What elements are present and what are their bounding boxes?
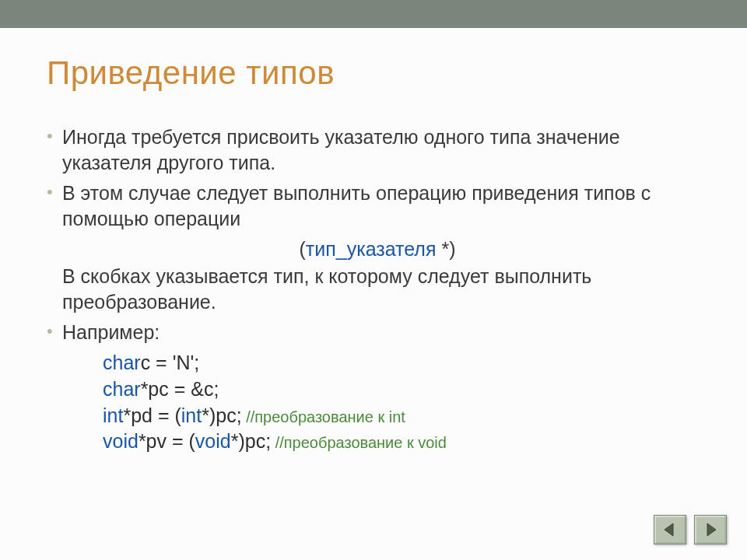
nav-buttons (654, 515, 727, 544)
top-bar (0, 0, 747, 28)
paren-close: *) (436, 238, 455, 260)
code-text: *)pc; (231, 430, 271, 452)
cast-syntax: (тип_указателя *) (47, 236, 708, 262)
bullet-2: В этом случае следует выполнить операцию… (47, 180, 708, 232)
code-block: charс = 'N'; char*pc = &c; int*pd = (int… (47, 350, 708, 455)
svg-marker-0 (665, 523, 673, 536)
keyword-void: void (103, 430, 139, 452)
code-text: *)pc; (202, 404, 241, 426)
code-comment: //преобразование к int (242, 408, 405, 425)
slide-title: Приведение типов (47, 54, 335, 92)
keyword-int: int (103, 404, 123, 426)
bullet-3: Например: (47, 320, 708, 345)
code-line-3: int*pd = (int*)pc; //преобразование к in… (103, 403, 708, 429)
arrow-right-icon (703, 522, 718, 537)
keyword-char: char (103, 378, 141, 400)
code-line-4: void*pv = (void*)pc; //преобразование к … (103, 429, 708, 455)
prev-button[interactable] (654, 515, 686, 544)
keyword-int: int (181, 404, 202, 426)
bullet-1: Иногда требуется присвоить указателю одн… (47, 124, 708, 176)
code-text: *pd = ( (123, 404, 181, 426)
code-line-2: char*pc = &c; (103, 376, 708, 403)
code-text: *pv = ( (139, 430, 195, 452)
slide-body: Иногда требуется присвоить указателю одн… (47, 124, 708, 455)
keyword-void: void (195, 430, 231, 452)
code-line-1: charс = 'N'; (103, 350, 708, 376)
arrow-left-icon (662, 522, 678, 537)
code-text: с = 'N'; (141, 352, 200, 373)
explain-text: В скобках указывается тип, к которому сл… (47, 264, 708, 315)
paren-open: ( (300, 238, 306, 260)
code-text: *pc = &c; (141, 378, 219, 400)
code-comment: //преобразование к void (271, 434, 447, 451)
slide: Приведение типов Иногда требуется присво… (0, 0, 747, 560)
next-button[interactable] (694, 515, 727, 544)
type-token: тип_указателя (306, 238, 437, 260)
keyword-char: char (103, 352, 141, 373)
svg-marker-1 (707, 523, 716, 536)
